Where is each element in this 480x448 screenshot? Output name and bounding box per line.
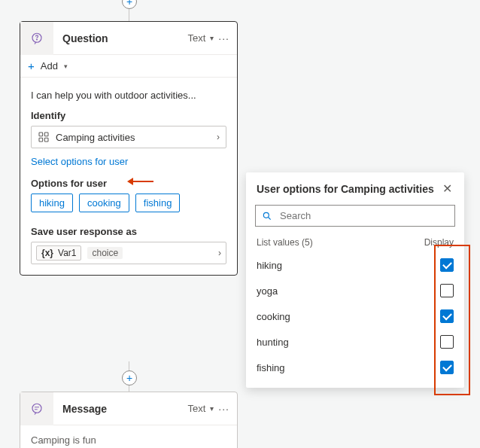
options-list: hikingyogacookinghuntingfishing xyxy=(246,252,464,380)
add-node-middle[interactable]: + xyxy=(122,370,137,386)
question-more-button[interactable]: ··· xyxy=(218,32,229,44)
svg-rect-2 xyxy=(39,133,43,136)
question-prompt: I can help you with outdoor activities..… xyxy=(31,90,226,101)
close-icon[interactable]: ✕ xyxy=(441,181,454,196)
display-checkbox[interactable] xyxy=(440,361,454,374)
variable-picker[interactable]: {x} Var1 choice › xyxy=(31,242,226,264)
option-label: hunting xyxy=(257,337,440,348)
display-checkbox[interactable] xyxy=(440,309,454,323)
svg-rect-5 xyxy=(44,138,48,142)
add-node-top[interactable]: + xyxy=(122,0,137,9)
add-button[interactable]: + Add ▾ xyxy=(20,55,237,78)
select-options-link[interactable]: Select options for user xyxy=(31,156,128,167)
identify-label: Identify xyxy=(31,110,226,121)
search-icon xyxy=(262,211,272,221)
message-body: Camping is fun xyxy=(20,425,237,448)
options-label: Options for user xyxy=(31,178,226,189)
chevron-down-icon[interactable]: ▾ xyxy=(210,404,214,413)
option-label: hiking xyxy=(257,260,440,271)
list-values-header: List values (5) xyxy=(257,237,424,248)
variable-type: choice xyxy=(87,247,123,259)
message-card: Message Text ▾ ··· Camping is fun xyxy=(20,392,238,448)
option-row: yoga xyxy=(257,278,454,303)
message-text-type[interactable]: Text xyxy=(187,403,205,414)
svg-point-6 xyxy=(32,404,41,413)
display-header: Display xyxy=(424,237,454,248)
variable-name: Var1 xyxy=(58,248,76,258)
option-chip[interactable]: fishing xyxy=(135,194,181,212)
chevron-right-icon: › xyxy=(217,132,220,142)
chevron-down-icon: ▾ xyxy=(64,62,68,70)
option-label: yoga xyxy=(257,285,440,297)
variable-token: {x} Var1 xyxy=(36,245,81,261)
option-row: fishing xyxy=(257,355,454,380)
chevron-down-icon[interactable]: ▾ xyxy=(210,34,214,42)
option-label: cooking xyxy=(257,311,440,322)
svg-rect-4 xyxy=(39,138,43,142)
option-row: hiking xyxy=(257,252,454,278)
option-row: cooking xyxy=(257,303,454,329)
question-title: Question xyxy=(53,32,187,44)
option-chip[interactable]: hiking xyxy=(31,194,73,212)
user-options-flyout: User options for Camping activities ✕ Li… xyxy=(246,172,464,388)
add-label: Add xyxy=(41,60,58,72)
save-label: Save user response as xyxy=(31,226,226,237)
option-row: hunting xyxy=(257,329,454,355)
svg-point-7 xyxy=(263,212,269,218)
message-icon xyxy=(20,392,53,425)
option-label: fishing xyxy=(257,362,440,373)
display-checkbox[interactable] xyxy=(440,284,454,297)
question-icon xyxy=(20,22,53,55)
question-card-header: Question Text ▾ ··· xyxy=(20,22,237,55)
search-box[interactable] xyxy=(255,205,455,227)
question-text-type[interactable]: Text xyxy=(187,32,205,44)
option-chip[interactable]: cooking xyxy=(79,194,129,212)
search-input[interactable] xyxy=(278,209,448,222)
options-chips: hikingcookingfishing xyxy=(31,194,226,212)
svg-rect-3 xyxy=(44,133,48,136)
message-more-button[interactable]: ··· xyxy=(218,403,229,415)
chevron-right-icon: › xyxy=(218,248,221,258)
flyout-title: User options for Camping activities xyxy=(257,183,441,195)
identify-picker[interactable]: Camping activities › xyxy=(31,126,226,148)
display-checkbox[interactable] xyxy=(440,335,454,349)
question-card: Question Text ▾ ··· + Add ▾ I can help y… xyxy=(20,21,238,276)
svg-point-1 xyxy=(37,39,38,40)
display-checkbox[interactable] xyxy=(440,258,454,272)
message-title: Message xyxy=(53,403,187,415)
identify-value: Camping activities xyxy=(56,132,135,143)
entity-icon xyxy=(38,131,50,143)
message-card-header: Message Text ▾ ··· xyxy=(20,392,237,425)
plus-icon: + xyxy=(28,59,35,72)
